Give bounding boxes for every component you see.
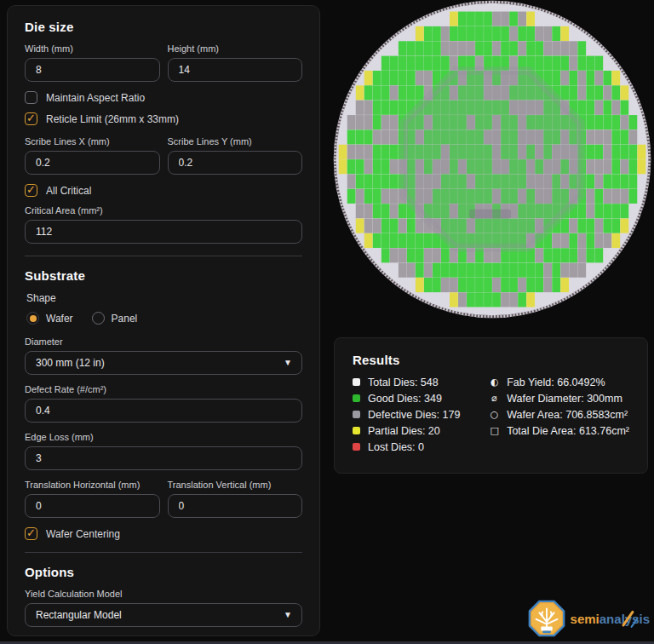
legend-text: Partial Dies: 20 <box>368 425 440 437</box>
wafer-map-container <box>333 0 651 319</box>
panel-radio[interactable] <box>92 312 105 325</box>
results-panel: Results Total Dies: 548Good Dies: 349Def… <box>334 337 648 474</box>
legend-item: Partial Dies: 20 <box>353 425 490 436</box>
logo-text-semi: semi <box>571 612 600 626</box>
legend-text: Fab Yield: 66.0492% <box>507 377 605 388</box>
legend-text: Defective Dies: 179 <box>368 409 460 421</box>
panel-radio-label: Panel <box>112 313 138 325</box>
scribe-x-label: Scribe Lines X (mm) <box>25 136 160 147</box>
legend-text: Lost Dies: 0 <box>368 441 424 453</box>
wafer-centering-label: Wafer Centering <box>46 528 120 540</box>
semianalysis-wordmark: semianalysis <box>571 612 650 626</box>
divider <box>25 552 302 553</box>
legend-item: □Total Die Area: 613.76cm² <box>490 425 629 436</box>
reticle-limit-label: Reticle Limit (26mm x 33mm) <box>46 113 179 125</box>
results-col-left: Total Dies: 548Good Dies: 349Defective D… <box>353 377 490 452</box>
shape-label: Shape <box>26 292 302 304</box>
maintain-aspect-ratio-label: Maintain Aspect Ratio <box>46 92 145 104</box>
all-critical-checkbox[interactable] <box>25 184 37 197</box>
diameter-icon: ⌀ <box>490 393 499 404</box>
scribe-x-input[interactable] <box>25 151 160 175</box>
substrate-title: Substrate <box>25 268 302 283</box>
yield-model-value: Rectangular Model <box>36 609 122 621</box>
width-label: Width (mm) <box>25 43 160 54</box>
options-title: Options <box>25 565 302 579</box>
die-color-swatch <box>353 378 360 386</box>
translation-vertical-input[interactable] <box>168 494 303 518</box>
all-critical-label: All Critical <box>46 185 91 197</box>
wafer-radio-label: Wafer <box>46 313 73 325</box>
die-color-swatch <box>353 427 360 434</box>
defect-rate-label: Defect Rate (#/cm²) <box>25 384 302 394</box>
shape-radio-group: Wafer Panel <box>26 312 302 325</box>
die-color-swatch <box>353 394 360 402</box>
diameter-select[interactable]: 300 mm (12 in) ▼ <box>25 351 302 375</box>
wafer-map <box>333 0 651 319</box>
half-circle-icon: ◐ <box>490 377 499 388</box>
shape-option-panel[interactable]: Panel <box>92 312 138 325</box>
logo-slash2-icon <box>630 617 639 628</box>
scribe-y-label: Scribe Lines Y (mm) <box>168 136 303 147</box>
height-label: Height (mm) <box>168 43 303 54</box>
diameter-label: Diameter <box>25 336 302 347</box>
square-outline-icon: □ <box>490 425 499 436</box>
width-input[interactable] <box>25 58 160 82</box>
yield-model-select[interactable]: Rectangular Model ▼ <box>25 603 302 627</box>
wafer-centering-row[interactable]: Wafer Centering <box>25 527 302 540</box>
results-col-right: ◐Fab Yield: 66.0492%⌀Wafer Diameter: 300… <box>490 377 629 452</box>
diameter-value: 300 mm (12 in) <box>36 357 105 369</box>
defect-rate-input[interactable] <box>25 399 302 423</box>
circle-outline-icon: ○ <box>490 409 499 420</box>
legend-text: Total Dies: 548 <box>368 377 439 388</box>
legend-item: Defective Dies: 179 <box>353 409 490 420</box>
die-color-swatch <box>353 411 360 418</box>
all-critical-row[interactable]: All Critical <box>25 184 302 197</box>
legend-item: Total Dies: 548 <box>353 377 490 388</box>
divider <box>25 256 302 256</box>
wafer-centering-checkbox[interactable] <box>25 527 37 540</box>
legend-item: ○Wafer Area: 706.8583cm² <box>490 409 629 420</box>
shape-option-wafer[interactable]: Wafer <box>26 312 73 325</box>
legend-item: Lost Dies: 0 <box>353 441 490 452</box>
results-title: Results <box>353 353 629 367</box>
wafer-radio[interactable] <box>26 312 39 325</box>
die-color-swatch <box>353 443 360 451</box>
maintain-aspect-ratio-checkbox[interactable] <box>25 91 37 104</box>
translation-vertical-label: Translation Vertical (mm) <box>168 480 303 490</box>
die-size-title: Die size <box>25 20 302 34</box>
legend-item: ⌀Wafer Diameter: 300mm <box>490 393 629 404</box>
legend-text: Wafer Area: 706.8583cm² <box>507 409 628 421</box>
translation-horizontal-label: Translation Horizontal (mm) <box>25 480 160 490</box>
logo-text-analysis: analysis <box>600 612 650 626</box>
reticle-limit-row[interactable]: Reticle Limit (26mm x 33mm) <box>25 112 302 125</box>
controls-panel: Die size Width (mm) Height (mm) Maintain… <box>7 5 320 636</box>
scribe-y-input[interactable] <box>168 151 303 175</box>
legend-item: ◐Fab Yield: 66.0492% <box>490 377 629 388</box>
chevron-down-icon: ▼ <box>284 358 292 367</box>
edge-loss-label: Edge Loss (mm) <box>25 432 302 442</box>
semianalysis-logo[interactable]: semianalysis <box>527 599 650 638</box>
critical-area-input[interactable] <box>25 220 302 244</box>
yield-model-label: Yield Calculation Model <box>25 589 302 599</box>
legend-text: Total Die Area: 613.76cm² <box>507 425 629 437</box>
translation-horizontal-input[interactable] <box>25 494 160 518</box>
legend-text: Wafer Diameter: 300mm <box>507 393 622 405</box>
critical-area-label: Critical Area (mm²) <box>25 205 302 216</box>
semianalysis-tree-icon <box>527 599 566 638</box>
edge-loss-input[interactable] <box>25 446 302 470</box>
maintain-aspect-ratio-row[interactable]: Maintain Aspect Ratio <box>25 91 302 104</box>
legend-text: Good Dies: 349 <box>368 393 442 405</box>
reticle-limit-checkbox[interactable] <box>25 112 37 125</box>
legend-item: Good Dies: 349 <box>353 393 490 404</box>
height-input[interactable] <box>168 58 303 82</box>
chevron-down-icon: ▼ <box>284 610 292 619</box>
